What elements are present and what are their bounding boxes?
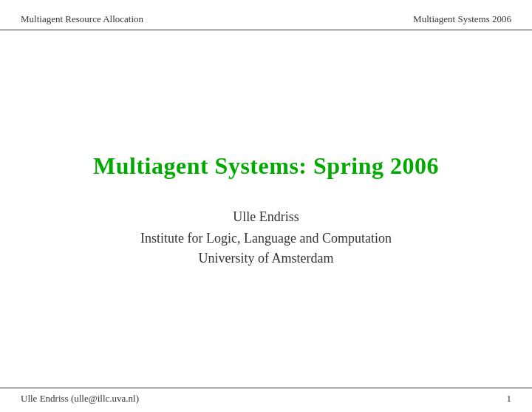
footer-page-number: 1 [507, 393, 512, 405]
slide-title: Multiagent Systems: Spring 2006 [93, 152, 439, 180]
university-name: University of Amsterdam [199, 251, 334, 266]
header-left-text: Multiagent Resource Allocation [21, 13, 143, 25]
slide-header: Multiagent Resource Allocation Multiagen… [0, 0, 532, 30]
header-right-text: Multiagent Systems 2006 [413, 13, 511, 25]
author-name: Ulle Endriss [233, 209, 299, 225]
footer-left-text: Ulle Endriss (ulle@illc.uva.nl) [21, 393, 139, 405]
institute-name: Institute for Logic, Language and Comput… [140, 231, 392, 246]
main-content: Multiagent Systems: Spring 2006 Ulle End… [0, 30, 532, 388]
slide-container: Multiagent Resource Allocation Multiagen… [0, 0, 532, 412]
slide-footer: Ulle Endriss (ulle@illc.uva.nl) 1 [0, 388, 532, 412]
